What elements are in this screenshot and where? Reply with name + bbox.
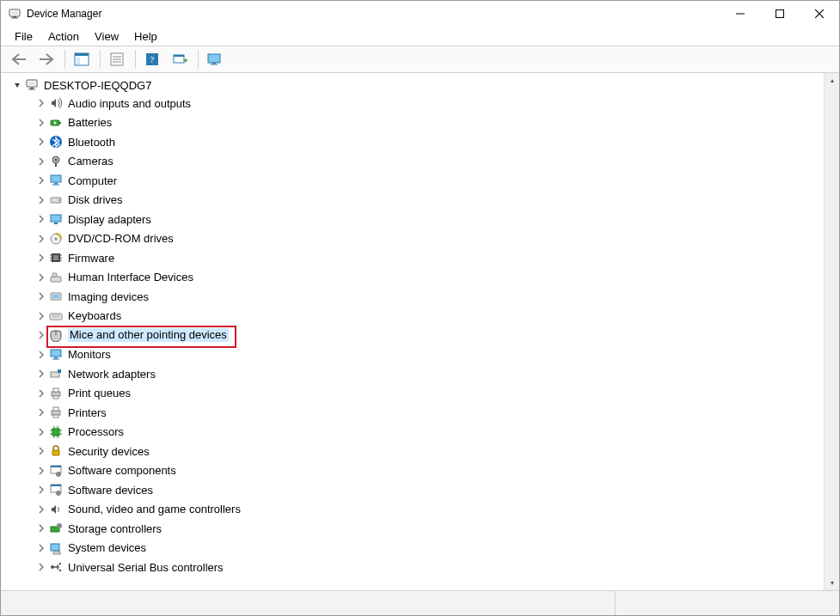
tree-node[interactable]: Mice and other pointing devices	[4, 326, 824, 345]
device-category-icon	[49, 251, 63, 265]
device-tree[interactable]: DESKTOP-IEQQDG7 Audio inputs and outputs…	[1, 73, 824, 590]
svg-rect-81	[51, 466, 61, 467]
scroll-track[interactable]	[825, 88, 839, 576]
vertical-scrollbar[interactable]: ▴ ▾	[824, 73, 839, 590]
svg-rect-61	[52, 358, 59, 359]
expander-closed-icon[interactable]	[35, 271, 47, 284]
tree-node[interactable]: Cameras	[4, 152, 824, 172]
svg-rect-28	[59, 122, 61, 124]
display-devices-button[interactable]	[202, 48, 228, 70]
toggle-tree-button[interactable]	[69, 48, 95, 70]
tree-node[interactable]: Software components	[4, 461, 824, 481]
tree-node[interactable]: Security devices	[4, 442, 824, 461]
forward-button[interactable]	[34, 48, 59, 70]
scan-hardware-button[interactable]	[167, 48, 193, 70]
svg-rect-33	[55, 163, 57, 167]
svg-point-38	[58, 199, 60, 201]
expander-closed-icon[interactable]	[35, 561, 47, 573]
close-button[interactable]	[800, 1, 839, 27]
svg-rect-59	[51, 350, 61, 357]
menu-file[interactable]: File	[8, 28, 40, 45]
tree-node[interactable]: Audio inputs and outputs	[4, 94, 824, 113]
expander-closed-icon[interactable]	[35, 136, 47, 148]
device-category-icon	[49, 174, 63, 187]
menu-help[interactable]: Help	[127, 28, 164, 45]
expander-closed-icon[interactable]	[35, 233, 47, 245]
expander-closed-icon[interactable]	[35, 252, 47, 264]
tree-node[interactable]: Keyboards	[4, 307, 824, 326]
device-category-icon	[49, 212, 63, 226]
tree-node[interactable]: Storage controllers	[4, 519, 824, 539]
device-category-icon	[49, 367, 63, 381]
expander-closed-icon[interactable]	[35, 310, 47, 322]
expander-closed-icon[interactable]	[35, 156, 47, 168]
expander-closed-icon[interactable]	[35, 349, 47, 361]
tree-node[interactable]: Bluetooth	[4, 132, 824, 152]
svg-rect-20	[208, 54, 220, 63]
svg-marker-19	[184, 59, 187, 63]
tree-node[interactable]: Monitors	[4, 345, 824, 365]
menu-action[interactable]: Action	[41, 28, 86, 45]
tree-node[interactable]: Processors	[4, 423, 824, 442]
expander-closed-icon[interactable]	[35, 174, 47, 186]
back-button[interactable]	[6, 48, 32, 70]
expander-closed-icon[interactable]	[35, 387, 47, 399]
tree-node[interactable]: Print queues	[4, 384, 824, 404]
tree-node[interactable]: Batteries	[4, 113, 824, 133]
expander-closed-icon[interactable]	[35, 484, 47, 496]
svg-rect-66	[53, 396, 58, 399]
tree-node-label: Processors	[68, 425, 124, 438]
device-category-icon	[49, 193, 63, 207]
expander-closed-icon[interactable]	[35, 445, 47, 457]
expander-closed-icon[interactable]	[35, 368, 47, 380]
tree-node[interactable]: Printers	[4, 403, 824, 423]
tree-node[interactable]: Imaging devices	[4, 287, 824, 307]
tree-node[interactable]: Display adapters	[4, 210, 824, 229]
computer-icon	[25, 78, 39, 92]
statusbar	[1, 590, 839, 615]
expander-closed-icon[interactable]	[35, 503, 47, 515]
minimize-button[interactable]	[720, 1, 760, 27]
expander-closed-icon[interactable]	[35, 329, 47, 341]
help-button[interactable]: ?	[139, 48, 165, 70]
device-category-icon	[49, 348, 63, 362]
device-category-icon	[49, 425, 63, 439]
tree-node[interactable]: Human Interface Devices	[4, 268, 824, 288]
tree-node[interactable]: Disk drives	[4, 191, 824, 210]
expander-closed-icon[interactable]	[35, 406, 47, 418]
expander-closed-icon[interactable]	[35, 213, 47, 225]
expander-closed-icon[interactable]	[35, 194, 47, 206]
tree-node[interactable]: Sound, video and game controllers	[4, 500, 824, 520]
expander-closed-icon[interactable]	[35, 426, 47, 438]
tree-node[interactable]: Network adapters	[4, 364, 824, 384]
tree-node-label: Software components	[68, 464, 176, 477]
expander-closed-icon[interactable]	[35, 542, 47, 554]
expander-closed-icon[interactable]	[35, 97, 47, 109]
menu-view[interactable]: View	[88, 28, 126, 45]
tree-node-label: Bluetooth	[68, 136, 115, 149]
expander-closed-icon[interactable]	[35, 117, 47, 129]
scroll-down-icon[interactable]: ▾	[825, 576, 839, 590]
svg-rect-63	[58, 369, 61, 373]
device-category-icon	[49, 155, 63, 168]
tree-root-row[interactable]: DESKTOP-IEQQDG7	[4, 76, 824, 94]
expander-closed-icon[interactable]	[35, 522, 47, 534]
device-category-icon	[49, 406, 63, 419]
status-pane-2	[616, 591, 839, 615]
window-controls	[720, 1, 839, 27]
expander-closed-icon[interactable]	[35, 465, 47, 477]
tree-node[interactable]: Universal Serial Bus controllers	[4, 558, 824, 577]
tree-node-label: Computer	[68, 174, 117, 187]
tree-node[interactable]: Computer	[4, 171, 824, 191]
tree-node-label: Universal Serial Bus controllers	[68, 561, 224, 574]
tree-node[interactable]: System devices	[4, 539, 824, 558]
expander-closed-icon[interactable]	[35, 290, 47, 302]
tree-node[interactable]: Software devices	[4, 480, 824, 500]
tree-node[interactable]: Firmware	[4, 248, 824, 268]
expander-open-icon[interactable]	[11, 79, 23, 91]
properties-button[interactable]	[104, 48, 130, 70]
svg-point-92	[59, 570, 61, 571]
scroll-up-icon[interactable]: ▴	[825, 73, 839, 88]
maximize-button[interactable]	[760, 1, 800, 27]
tree-node[interactable]: DVD/CD-ROM drives	[4, 229, 824, 249]
